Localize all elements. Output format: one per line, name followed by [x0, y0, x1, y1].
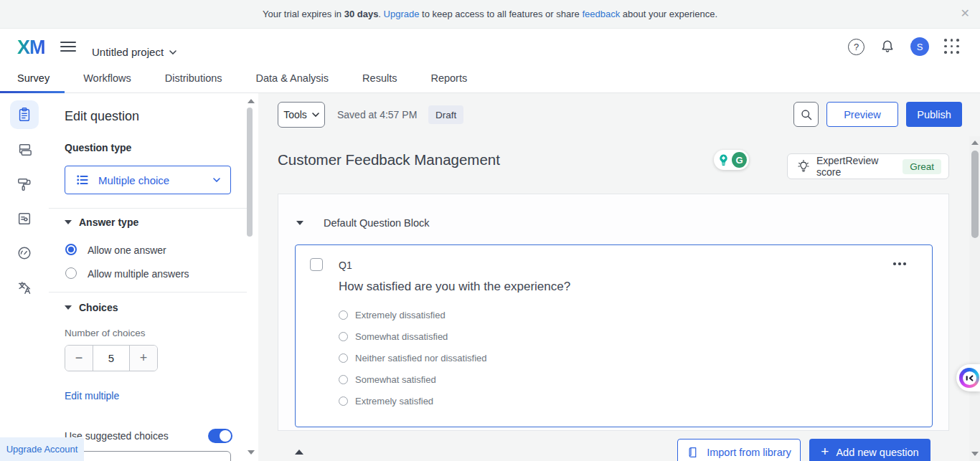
chevron-down-icon [312, 113, 319, 117]
option-radio[interactable] [339, 353, 348, 363]
upgrade-account-link[interactable]: Upgrade Account [0, 437, 84, 461]
option-label: Neither satisfied nor dissatisfied [355, 353, 487, 363]
radio-allow-one-answer[interactable] [65, 244, 77, 255]
expert-review-widget[interactable]: ExpertReview score Great [787, 153, 949, 179]
add-new-question-button[interactable]: + Add new question [809, 439, 930, 461]
answer-type-section-header[interactable]: Answer type [65, 217, 138, 228]
trial-banner: Your trial expires in 30 days. Upgrade t… [0, 0, 980, 29]
chevron-down-icon [213, 178, 220, 182]
option-label: Extremely satisfied [355, 396, 433, 407]
publish-button[interactable]: Publish [906, 102, 962, 127]
robot-eyes-icon [964, 374, 974, 382]
apps-grid-icon[interactable] [944, 39, 960, 54]
edit-multiple-link[interactable]: Edit multiple [65, 390, 119, 401]
scroll-up-arrow-icon[interactable] [971, 141, 979, 145]
tab-distributions[interactable]: Distributions [165, 72, 222, 84]
expert-review-label: ExpertReview score [816, 155, 897, 178]
draft-badge: Draft [428, 105, 463, 124]
decrease-choices-button[interactable]: − [65, 346, 93, 371]
library-book-icon [687, 446, 699, 459]
main-scrollbar-thumb[interactable] [971, 151, 979, 238]
trial-banner-text: Your trial expires in 30 days. Upgrade t… [263, 9, 717, 19]
panel-title: Edit question [65, 109, 139, 124]
tools-dropdown-button[interactable]: Tools [278, 102, 325, 128]
preview-button[interactable]: Preview [826, 102, 898, 127]
import-from-library-label: Import from library [707, 447, 791, 458]
builder-icon-rail [0, 93, 49, 461]
block-title[interactable]: Default Question Block [324, 217, 430, 229]
option-label: Extremely dissatisfied [355, 310, 446, 320]
question-id: Q1 [339, 260, 352, 271]
radio-allow-multiple-answers[interactable] [65, 267, 77, 279]
survey-flow-icon[interactable] [10, 136, 39, 164]
survey-canvas: Tools Saved at 4:57 PM Draft Preview Pub… [258, 93, 980, 461]
panel-scrollbar-thumb[interactable] [247, 108, 253, 237]
suggested-choices-toggle[interactable] [208, 429, 232, 443]
app-header: XM Untitled project ? S [0, 29, 980, 63]
option-radio[interactable] [339, 375, 348, 384]
close-icon[interactable]: ✕ [961, 6, 970, 20]
hamburger-menu-icon[interactable] [60, 42, 76, 52]
question-checkbox[interactable] [310, 258, 323, 271]
main-nav-tabs: Survey Workflows Distributions Data & An… [0, 63, 980, 93]
help-icon[interactable]: ? [848, 39, 864, 55]
notifications-bell-icon[interactable] [880, 38, 895, 55]
search-icon [800, 108, 813, 121]
upgrade-link[interactable]: Upgrade [384, 9, 420, 19]
project-name: Untitled project [92, 46, 164, 58]
search-button[interactable] [793, 102, 819, 127]
tab-survey[interactable]: Survey [17, 72, 50, 84]
tab-workflows[interactable]: Workflows [83, 72, 131, 84]
option-radio[interactable] [339, 332, 348, 341]
divider [49, 292, 247, 293]
answer-type-label: Answer type [79, 217, 138, 228]
tab-reports[interactable]: Reports [430, 72, 467, 84]
chat-assistant-widget[interactable] [956, 364, 980, 391]
translations-icon[interactable] [10, 273, 39, 302]
survey-builder-icon[interactable] [10, 100, 39, 129]
feedback-link[interactable]: feedback [582, 9, 620, 19]
chevron-down-icon [169, 50, 176, 54]
expert-review-bulb-icon [796, 158, 811, 174]
option-label: Somewhat satisfied [355, 374, 436, 385]
expert-review-score-badge: Great [903, 159, 941, 174]
look-and-feel-icon[interactable] [10, 170, 39, 199]
option-radio[interactable] [339, 396, 348, 406]
next-block-collapse-triangle-icon[interactable] [295, 450, 303, 455]
quotas-gauge-icon[interactable] [10, 239, 39, 267]
question-type-label: Question type [65, 142, 131, 153]
allow-one-answer-label: Allow one answer [88, 244, 166, 256]
block-header: Default Question Block [296, 217, 430, 229]
scroll-down-arrow-icon[interactable] [971, 452, 979, 456]
choices-section-header[interactable]: Choices [65, 302, 118, 313]
increase-choices-button[interactable]: + [130, 346, 157, 371]
edit-question-panel: Edit question Question type Multiple cho… [49, 93, 258, 461]
import-from-library-button[interactable]: Import from library [677, 439, 801, 461]
trial-days: 30 days [344, 9, 379, 19]
option-radio[interactable] [339, 310, 348, 320]
suggested-choices-input[interactable] [65, 451, 231, 461]
tab-results[interactable]: Results [362, 72, 397, 84]
user-avatar[interactable]: S [910, 37, 929, 56]
tab-data-analysis[interactable]: Data & Analysis [256, 72, 329, 84]
main-scrollbar[interactable] [969, 136, 980, 461]
survey-title[interactable]: Customer Feedback Management [278, 151, 500, 168]
scroll-up-arrow-icon[interactable] [248, 99, 255, 103]
survey-options-icon[interactable] [10, 204, 39, 233]
divider [49, 208, 247, 209]
choices-count-stepper: − 5 + [65, 345, 158, 371]
question-text[interactable]: How satisfied are you with the experienc… [339, 280, 570, 294]
question-more-menu-icon[interactable] [893, 262, 906, 265]
block-collapse-triangle-icon[interactable] [296, 221, 303, 225]
xm-logo[interactable]: XM [17, 37, 45, 59]
plus-icon: + [821, 444, 829, 460]
multiple-choice-list-icon [75, 173, 90, 187]
question-type-dropdown[interactable]: Multiple choice [65, 166, 231, 194]
tools-label: Tools [283, 109, 307, 120]
default-question-block: Default Question Block Q1 How satisfied … [278, 194, 949, 431]
question-card[interactable]: Q1 How satisfied are you with the experi… [295, 244, 933, 427]
scroll-down-arrow-icon[interactable] [248, 450, 255, 455]
grammarly-widget[interactable]: G [714, 150, 749, 170]
choices-count-value[interactable]: 5 [93, 346, 130, 371]
project-name-dropdown[interactable]: Untitled project [92, 46, 176, 58]
